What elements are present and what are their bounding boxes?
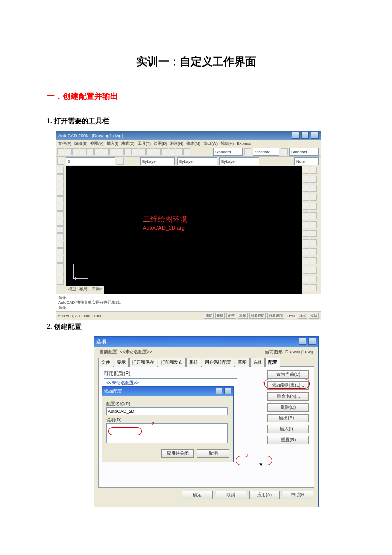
tool-icon[interactable] [94,148,101,155]
menu-item[interactable]: 格式(O) [121,141,135,146]
pline-icon[interactable] [57,182,64,188]
import-button[interactable]: 输入(I)... [267,425,309,433]
scale-icon[interactable] [310,194,317,201]
array-icon[interactable] [303,185,309,192]
snap-toggle[interactable]: 捕捉 [204,313,214,319]
color-dropdown[interactable]: ByLayer [140,157,175,165]
tool-icon[interactable] [161,148,168,155]
explode-icon[interactable] [310,230,317,237]
dim-icon[interactable] [303,276,309,282]
profile-name-input[interactable] [106,407,228,415]
window-controls[interactable] [291,132,319,139]
tool-icon[interactable] [154,148,161,155]
tool-icon[interactable] [176,148,183,155]
tool-icon[interactable] [57,158,64,165]
tab-userpref[interactable]: 用户系统配置 [202,358,234,367]
tool-icon[interactable] [109,148,116,155]
cancel-button[interactable]: 取消 [197,449,229,458]
help-icon[interactable] [216,388,222,394]
tab-opensave[interactable]: 打开和保存 [129,358,157,367]
layer-dropdown[interactable]: 0 [66,157,115,165]
dim-icon[interactable] [303,267,309,274]
menu-item[interactable]: 编辑(E) [74,141,87,146]
model-toggle[interactable]: 模型 [309,313,319,319]
polygon-icon[interactable] [57,189,64,196]
menu-item[interactable]: 视图(V) [90,141,104,146]
tool-icon[interactable] [117,148,124,155]
close-icon[interactable] [311,132,319,139]
rename-button[interactable]: 重命名(N)... [267,392,309,401]
arc-icon[interactable] [57,204,64,211]
tool-icon[interactable] [183,148,190,155]
dim-icon[interactable] [303,239,309,246]
ortho-toggle[interactable]: 正交 [226,313,236,319]
tool-icon[interactable] [244,148,251,155]
command-window[interactable]: 命令: AutoCAD 快捷菜单实用程序已加载。 命令: [56,294,321,311]
cancel-button[interactable]: 取消 [216,491,246,499]
text-icon[interactable] [57,278,64,285]
rotate-icon[interactable] [303,194,309,201]
tab-model[interactable]: 模型 [68,286,76,293]
layer-toolbar[interactable]: 0 ByLayer ByLayer ByLayer Note [56,157,321,166]
trim-icon[interactable] [310,203,317,210]
minimize-icon[interactable] [292,132,300,139]
reset-button[interactable]: 重置(R) [267,436,309,444]
dim-icon[interactable] [303,284,309,291]
tool-icon[interactable] [124,148,131,155]
extend-icon[interactable] [303,212,309,219]
line-icon[interactable] [57,167,64,174]
tool-icon[interactable] [281,148,288,155]
dim-icon[interactable] [303,248,309,255]
drawing-canvas[interactable]: 二维绘图环境 AutoCAD_2D.arg 模型 布局1 布局2 [66,166,302,294]
menu-item[interactable]: Express [237,141,251,146]
window-controls[interactable] [298,338,316,346]
rectangle-icon[interactable] [57,196,64,203]
tablestyle-dropdown[interactable]: Standard [289,148,319,156]
offset-icon[interactable] [310,176,317,183]
tool-icon[interactable] [117,158,124,165]
tool-icon[interactable] [139,148,146,155]
tab-selection[interactable]: 选择 [250,358,265,367]
block-icon[interactable] [57,248,64,255]
dimstyle-dropdown[interactable]: Standard [253,148,279,156]
lwt-toggle[interactable]: 线宽 [298,313,307,319]
tool-icon[interactable] [80,148,87,155]
acad-menubar[interactable]: 文件(F) 编辑(E) 视图(V) 插入(I) 格式(O) 工具(T) 绘图(D… [56,140,321,147]
tab-drafting[interactable]: 草图 [235,358,250,367]
modify-toolbar[interactable] [302,166,321,294]
standard-toolbar[interactable]: Standard Standard Standard [56,147,321,157]
dyn-toggle[interactable]: DYN [286,314,296,318]
dim-icon[interactable] [310,276,317,282]
dim-icon[interactable] [310,267,317,274]
menu-item[interactable]: 插入(I) [107,141,119,146]
xline-icon[interactable] [57,174,64,181]
grid-toggle[interactable]: 栅格 [215,313,225,319]
menu-item[interactable]: 修改(M) [186,141,200,146]
tool-icon[interactable] [169,148,175,155]
break-icon[interactable] [310,212,317,219]
tab-files[interactable]: 文件 [98,358,113,367]
hatch-icon[interactable] [57,263,64,270]
fillet-icon[interactable] [303,230,309,237]
chamfer-icon[interactable] [310,221,317,228]
menu-item[interactable]: 文件(F) [58,141,71,146]
join-icon[interactable] [303,221,309,228]
revcloud-icon[interactable] [57,219,64,226]
tab-layout1[interactable]: 布局1 [79,286,89,293]
linetype-dropdown[interactable]: ByLayer [177,157,217,165]
copy-icon[interactable] [310,167,317,174]
tool-icon[interactable] [72,148,79,155]
move-icon[interactable] [310,185,317,192]
menu-item[interactable]: 窗口(W) [203,141,218,146]
ok-button[interactable]: 确定 [182,491,213,499]
dim-icon[interactable] [310,239,317,246]
tab-print[interactable]: 打印和发布 [158,358,186,367]
options-tabs[interactable]: 文件 显示 打开和保存 打印和发布 系统 用户系统配置 草图 选择 配置 [98,357,314,367]
apply-close-button[interactable]: 应用并关闭 [161,449,194,458]
help-icon[interactable] [299,338,306,345]
tool-icon[interactable] [65,148,72,155]
dim-icon[interactable] [303,257,309,264]
tool-icon[interactable] [102,148,109,155]
otrack-toggle[interactable]: 对象追踪 [267,313,284,319]
tool-icon[interactable] [131,148,138,155]
